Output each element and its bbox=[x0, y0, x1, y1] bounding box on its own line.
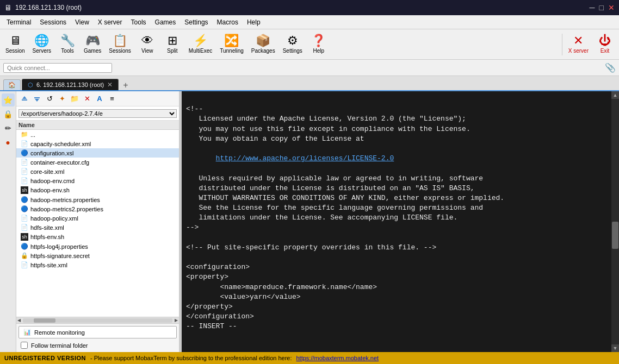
folder-icon: 📁 bbox=[21, 131, 28, 138]
menu-tools[interactable]: Tools bbox=[127, 17, 151, 27]
sidebar-btn-folder[interactable]: 📁 bbox=[69, 93, 81, 105]
follow-folder-checkbox[interactable] bbox=[21, 342, 28, 349]
toolbar-settings[interactable]: ⚙ Settings bbox=[280, 31, 306, 58]
column-name: Name bbox=[18, 122, 35, 128]
tab-label: 6. 192.168.121.130 (root) bbox=[36, 81, 104, 88]
file-item[interactable]: 🔵 httpfs-log4j.properties bbox=[16, 242, 179, 251]
toolbar-tunneling[interactable]: 🔀 Tunneling bbox=[216, 31, 247, 58]
tab-home[interactable]: 🏠 bbox=[3, 79, 21, 90]
file-name: hadoop-metrics.properties bbox=[30, 197, 100, 203]
minimize-button[interactable]: ─ bbox=[590, 3, 595, 12]
title-bar: 🖥 192.168.121.130 (root) ─ □ ✕ bbox=[0, 0, 619, 15]
file-item[interactable]: sh httpfs-env.sh bbox=[16, 232, 179, 242]
menu-terminal[interactable]: Terminal bbox=[2, 17, 35, 27]
maximize-button[interactable]: □ bbox=[599, 3, 604, 12]
sidebar-btn-delete[interactable]: ✕ bbox=[81, 93, 93, 105]
toolbar-split[interactable]: ⊞ Split bbox=[160, 31, 184, 58]
sidebar-btn-download[interactable] bbox=[31, 93, 43, 105]
menu-xserver[interactable]: X server bbox=[94, 17, 127, 27]
left-icon-pencil[interactable]: ✏ bbox=[2, 122, 15, 135]
left-icon-lock[interactable]: 🔒 bbox=[2, 108, 15, 121]
main-area: ⭐ 🔒 ✏ ● ↺ ✦ 📁 ✕ A ≡ /export/servers/hado… bbox=[0, 91, 619, 352]
file-item-selected[interactable]: 🔵 configuration.xsl bbox=[16, 148, 179, 158]
toolbar-view[interactable]: 👁 View bbox=[135, 31, 159, 58]
file-item[interactable]: 📄 capacity-scheduler.xml bbox=[16, 139, 179, 148]
toolbar-packages[interactable]: 📦 Packages bbox=[248, 31, 278, 58]
file-item[interactable]: 📄 hadoop-env.cmd bbox=[16, 176, 179, 185]
attach-icon[interactable]: 📎 bbox=[605, 62, 616, 73]
toolbar-help[interactable]: ❓ Help bbox=[307, 31, 331, 58]
toolbar-view-label: View bbox=[141, 48, 153, 54]
help-icon: ❓ bbox=[311, 35, 326, 47]
sidebar-btn-rename[interactable]: A bbox=[94, 93, 106, 105]
file-list[interactable]: 📁 ... 📄 capacity-scheduler.xml 🔵 configu… bbox=[16, 130, 179, 317]
menu-sessions[interactable]: Sessions bbox=[35, 17, 71, 27]
scroll-thumb-vertical[interactable] bbox=[612, 222, 618, 249]
tab-add-button[interactable]: + bbox=[120, 80, 131, 90]
scroll-right-arrow[interactable]: ▶ bbox=[174, 318, 179, 323]
file-item[interactable]: 🔵 hadoop-metrics2.properties bbox=[16, 204, 179, 214]
xserver-icon: ✕ bbox=[573, 35, 583, 47]
toolbar-games[interactable]: 🎮 Games bbox=[81, 31, 104, 58]
file-item[interactable]: 📁 ... bbox=[16, 130, 179, 139]
path-dropdown[interactable]: /export/servers/hadoop-2.7.4/e bbox=[18, 109, 177, 118]
menu-view[interactable]: View bbox=[71, 17, 94, 27]
remote-monitoring-button[interactable]: 📊 Remote monitoring bbox=[18, 326, 177, 338]
sidebar-btn-menu[interactable]: ≡ bbox=[106, 93, 118, 105]
scroll-thumb[interactable] bbox=[34, 318, 55, 323]
exit-icon: ⏻ bbox=[599, 35, 611, 47]
file-item[interactable]: 🔵 hadoop-metrics.properties bbox=[16, 195, 179, 204]
toolbar-servers[interactable]: 🌐 Servers bbox=[29, 31, 54, 58]
games-icon: 🎮 bbox=[85, 35, 100, 47]
terminal-wrapper: <!-- Licensed under the Apache License, … bbox=[182, 91, 619, 352]
window-controls: ─ □ ✕ bbox=[590, 3, 615, 12]
vertical-scrollbar[interactable]: ▲ ▼ bbox=[611, 91, 619, 352]
apache-license-link[interactable]: http://www.apache.org/licenses/LICENSE-2… bbox=[216, 154, 394, 162]
file-name: hadoop-policy.xml bbox=[30, 215, 78, 222]
toolbar-session[interactable]: 🖥 Session bbox=[2, 31, 28, 58]
left-icon-star[interactable]: ⭐ bbox=[2, 93, 15, 106]
sidebar-btn-refresh[interactable]: ↺ bbox=[44, 93, 55, 105]
horizontal-scrollbar[interactable]: ◀ ▶ bbox=[16, 317, 179, 323]
mobatek-link[interactable]: https://mobaxterm.mobatek.net bbox=[296, 355, 379, 361]
file-item[interactable]: 📄 httpfs-site.xml bbox=[16, 260, 179, 269]
menu-macros[interactable]: Macros bbox=[213, 17, 243, 27]
left-icon-red[interactable]: ● bbox=[2, 136, 15, 149]
toolbar-packages-label: Packages bbox=[251, 48, 275, 54]
file-item[interactable]: 📄 core-site.xml bbox=[16, 167, 179, 176]
file-item[interactable]: sh hadoop-env.sh bbox=[16, 185, 179, 195]
session-icon: 🖥 bbox=[9, 35, 21, 47]
tab-close-button[interactable]: ✕ bbox=[107, 81, 113, 89]
cfg-icon: 📄 bbox=[21, 159, 28, 166]
close-button[interactable]: ✕ bbox=[608, 3, 615, 12]
file-item[interactable]: 🔒 httpfs-signature.secret bbox=[16, 251, 179, 260]
sidebar-btn-upload[interactable] bbox=[18, 93, 30, 105]
scroll-down-arrow[interactable]: ▼ bbox=[611, 344, 619, 352]
file-name: hadoop-env.sh bbox=[30, 187, 70, 193]
menu-bar: Terminal Sessions View X server Tools Ga… bbox=[0, 15, 619, 29]
left-icons-panel: ⭐ 🔒 ✏ ● bbox=[0, 91, 16, 352]
tools-icon: 🔧 bbox=[60, 35, 75, 47]
toolbar-multiexec-label: MultiExec bbox=[189, 48, 212, 54]
xml-icon: 📄 bbox=[21, 168, 28, 175]
toolbar-tools[interactable]: 🔧 Tools bbox=[55, 31, 79, 58]
menu-settings[interactable]: Settings bbox=[180, 17, 212, 27]
scroll-up-arrow[interactable]: ▲ bbox=[611, 91, 619, 99]
file-item[interactable]: 📄 hdfs-site.xml bbox=[16, 223, 179, 232]
toolbar-sessions[interactable]: 📋 Sessions bbox=[106, 31, 134, 58]
scroll-track[interactable] bbox=[23, 318, 172, 323]
scroll-left-arrow[interactable]: ◀ bbox=[16, 318, 22, 323]
scroll-track-vertical[interactable] bbox=[611, 99, 619, 344]
file-item[interactable]: 📄 hadoop-policy.xml bbox=[16, 214, 179, 223]
tab-active-session[interactable]: ⬡ 6. 192.168.121.130 (root) ✕ bbox=[22, 79, 119, 90]
toolbar-xserver[interactable]: ✕ X server bbox=[565, 31, 592, 58]
title-text: 192.168.121.130 (root) bbox=[15, 4, 82, 11]
quick-connect-input[interactable] bbox=[3, 63, 112, 73]
toolbar-exit[interactable]: ⏻ Exit bbox=[593, 31, 617, 58]
toolbar-multiexec[interactable]: ⚡ MultiExec bbox=[185, 31, 215, 58]
menu-games[interactable]: Games bbox=[151, 17, 181, 27]
terminal-area[interactable]: <!-- Licensed under the Apache License, … bbox=[182, 91, 611, 352]
menu-help[interactable]: Help bbox=[243, 17, 265, 27]
file-item[interactable]: 📄 container-executor.cfg bbox=[16, 158, 179, 167]
sidebar-btn-new[interactable]: ✦ bbox=[56, 93, 68, 105]
